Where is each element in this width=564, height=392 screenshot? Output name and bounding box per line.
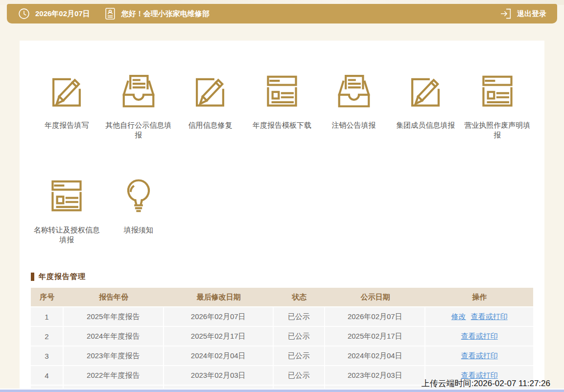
cell-published: 2023年02月03日 (325, 366, 425, 386)
logout-button[interactable]: 退出登录 (499, 7, 546, 20)
feature-label: 营业执照作废声明填报 (461, 120, 533, 140)
cell-modified: 2026年02月07日 (164, 307, 274, 327)
view-or-print-link[interactable]: 查看或打印 (461, 351, 498, 360)
feature-label: 信用信息修复 (188, 120, 232, 130)
cell-published: 2024年02月04日 (325, 346, 425, 366)
feature-item[interactable]: 集团成员信息填报 (390, 71, 462, 140)
topbar: 2026年02月07日 您好！会理小张家电维修部 退出登录 (7, 4, 557, 23)
template-window-icon (46, 176, 87, 217)
feature-grid: 年度报告填写其他自行公示信息填报信用信息修复年度报告模板下载注销公告填报集团成员… (31, 71, 533, 245)
section-title: 年度报告管理 (39, 272, 86, 281)
logout-label: 退出登录 (517, 9, 546, 19)
feature-item[interactable]: 年度报告模板下载 (246, 71, 318, 140)
feature-label: 集团成员信息填报 (396, 120, 455, 130)
cell-status: 已公示 (274, 366, 326, 386)
logout-icon (499, 7, 512, 20)
feature-item[interactable]: 名称转让及授权信息填报 (31, 176, 103, 245)
cell-modified: 2024年02月04日 (164, 346, 274, 366)
cell-seq: 3 (31, 346, 64, 366)
feature-item[interactable]: 其他自行公示信息填报 (103, 71, 175, 140)
feature-label: 填报须知 (124, 225, 153, 235)
feature-item[interactable]: 注销公告填报 (318, 71, 390, 140)
cell-year: 2024年年度报告 (64, 327, 164, 346)
table-header-cell: 报告年份 (64, 288, 164, 307)
template-window-icon (477, 71, 518, 112)
feature-label: 注销公告填报 (332, 120, 376, 130)
cell-seq: 1 (31, 307, 64, 327)
bottom-blue-line (0, 389, 564, 392)
table-header-row: 序号报告年份最后修改日期状态公示日期操作 (31, 288, 533, 307)
annual-report-table: 序号报告年份最后修改日期状态公示日期操作 12025年年度报告2026年02月0… (31, 288, 533, 392)
cell-status: 已公示 (274, 307, 326, 327)
section-accent-bar (31, 273, 34, 281)
view-or-print-link[interactable]: 查看或打印 (471, 312, 508, 321)
id-card-icon (104, 7, 117, 20)
cell-modified: 2025年02月17日 (164, 327, 274, 346)
cell-seq: 2 (31, 327, 64, 346)
feature-label: 年度报告填写 (45, 120, 89, 130)
table-row: 22024年年度报告2025年02月17日已公示2025年02月17日查看或打印 (31, 327, 533, 346)
edit-square-icon (405, 71, 446, 112)
clock-icon (18, 7, 30, 20)
view-or-print-link[interactable]: 查看或打印 (461, 332, 498, 340)
modify-link[interactable]: 修改 (451, 312, 466, 321)
cell-status: 已公示 (274, 346, 326, 366)
user-greeting: 您好！会理小张家电维修部 (121, 9, 210, 19)
cell-year: 2022年年度报告 (64, 366, 164, 386)
feature-item[interactable]: 年度报告填写 (31, 71, 103, 140)
table-row: 12025年年度报告2026年02月07日已公示2026年02月07日修改查看或… (31, 307, 533, 327)
cell-actions: 查看或打印 (425, 346, 533, 366)
table-row: 32023年年度报告2024年02月04日已公示2024年02月04日查看或打印 (31, 346, 533, 366)
table-header-cell: 序号 (31, 288, 64, 307)
cell-status: 已公示 (274, 327, 326, 346)
feature-label: 名称转让及授权信息填报 (31, 225, 103, 245)
cell-published: 2025年02月17日 (325, 327, 425, 346)
cell-modified: 2023年02月03日 (164, 366, 274, 386)
upload-cloud-timestamp: 上传云端时间:2026-02-07 11:27:26 (422, 378, 550, 389)
cell-actions: 修改查看或打印 (425, 307, 533, 327)
feature-item[interactable]: 信用信息修复 (174, 71, 246, 140)
inbox-document-icon (333, 71, 375, 112)
topbar-user-group: 您好！会理小张家电维修部 (104, 7, 210, 20)
table-header-cell: 操作 (425, 288, 533, 307)
table-header-cell: 公示日期 (325, 288, 425, 307)
edit-square-icon (189, 71, 231, 112)
inbox-document-icon (118, 71, 159, 112)
topbar-date-group: 2026年02月07日 (18, 7, 90, 20)
table-header-cell: 最后修改日期 (164, 288, 274, 307)
feature-item[interactable]: 填报须知 (103, 176, 175, 245)
lightbulb-icon (118, 176, 159, 217)
current-date: 2026年02月07日 (35, 9, 90, 19)
template-window-icon (261, 71, 303, 112)
cell-year: 2023年年度报告 (64, 346, 164, 366)
cell-published: 2026年02月07日 (325, 307, 425, 327)
cell-year: 2025年年度报告 (64, 307, 164, 327)
table-header-cell: 状态 (274, 288, 326, 307)
cell-actions: 查看或打印 (425, 327, 533, 346)
report-section-head: 年度报告管理 (31, 272, 533, 281)
feature-label: 其他自行公示信息填报 (103, 120, 175, 140)
feature-item[interactable]: 营业执照作废声明填报 (461, 71, 533, 140)
feature-label: 年度报告模板下载 (253, 120, 311, 130)
edit-square-icon (46, 71, 87, 112)
cell-seq: 4 (31, 366, 64, 386)
main-card: 年度报告填写其他自行公示信息填报信用信息修复年度报告模板下载注销公告填报集团成员… (20, 41, 544, 392)
